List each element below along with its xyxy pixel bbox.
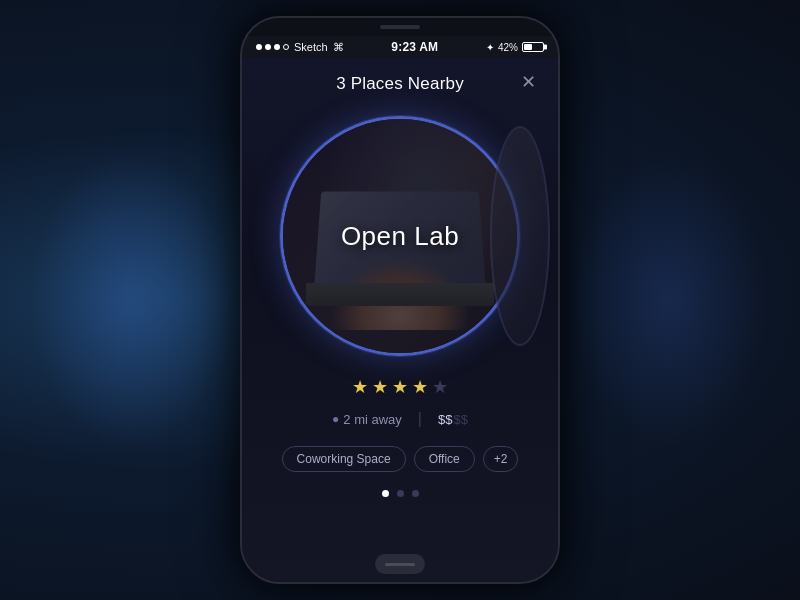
speaker — [380, 25, 420, 29]
location-info: ● 2 mi away — [332, 412, 402, 427]
price-inactive: $$ — [453, 412, 467, 427]
divider: | — [418, 410, 422, 428]
place-image-wrapper[interactable]: Open Lab — [280, 116, 520, 356]
star-2: ★ — [372, 376, 388, 398]
screen: 3 Places Nearby ✕ Open Lab ★ — [242, 58, 558, 582]
stars-row: ★ ★ ★ ★ ★ — [352, 376, 448, 398]
close-button[interactable]: ✕ — [514, 68, 542, 96]
star-3: ★ — [392, 376, 408, 398]
phone-frame: Sketch ⌘ 9:23 AM ✦ 42% 3 Places Nearby ✕ — [240, 16, 560, 584]
bottom-handle[interactable] — [375, 554, 425, 574]
peek-card — [490, 126, 550, 346]
status-right: ✦ 42% — [486, 42, 544, 53]
info-row: ● 2 mi away | $$ $$ — [332, 410, 468, 428]
header: 3 Places Nearby ✕ — [242, 58, 558, 106]
bluetooth-icon: ✦ — [486, 42, 494, 53]
status-left: Sketch ⌘ — [256, 41, 344, 54]
distance-label: 2 mi away — [343, 412, 402, 427]
signal-4 — [283, 44, 289, 50]
handle-bar — [385, 563, 415, 566]
star-4: ★ — [412, 376, 428, 398]
rating-section: ★ ★ ★ ★ ★ ● 2 mi away | $$ $$ — [282, 376, 519, 472]
pin-icon: ● — [332, 412, 339, 426]
tag-more[interactable]: +2 — [483, 446, 519, 472]
dot-3 — [412, 490, 419, 497]
place-name: Open Lab — [341, 221, 459, 252]
battery-label: 42% — [498, 42, 518, 53]
signal-1 — [256, 44, 262, 50]
battery-fill — [524, 44, 532, 50]
place-image: Open Lab — [280, 116, 520, 356]
page-title: 3 Places Nearby — [336, 74, 464, 94]
signal-3 — [274, 44, 280, 50]
star-5: ★ — [432, 376, 448, 398]
time-display: 9:23 AM — [391, 40, 438, 54]
card-container: Open Lab ★ ★ ★ ★ ★ ● 2 mi away — [242, 106, 558, 497]
wifi-icon: ⌘ — [333, 41, 344, 54]
dot-2 — [397, 490, 404, 497]
dot-1 — [382, 490, 389, 497]
carrier-label: Sketch — [294, 41, 328, 53]
status-bar: Sketch ⌘ 9:23 AM ✦ 42% — [242, 36, 558, 58]
tag-coworking[interactable]: Coworking Space — [282, 446, 406, 472]
star-1: ★ — [352, 376, 368, 398]
pagination-dots — [382, 490, 419, 497]
price-active: $$ — [438, 412, 452, 427]
price-info: $$ $$ — [438, 412, 468, 427]
battery-icon — [522, 42, 544, 52]
signal-2 — [265, 44, 271, 50]
tag-office[interactable]: Office — [414, 446, 475, 472]
tags-row: Coworking Space Office +2 — [282, 446, 519, 472]
phone-top — [242, 18, 558, 36]
